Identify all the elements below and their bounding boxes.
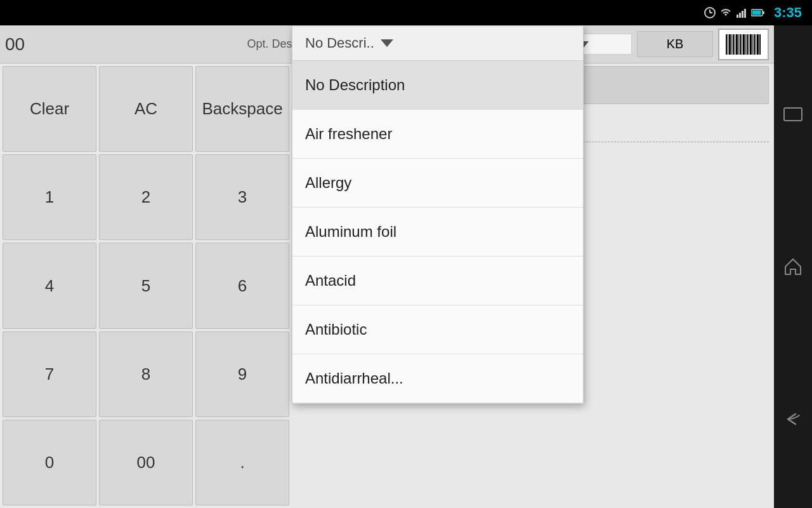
dropdown-item-antibiotic[interactable]: Antibiotic [292,305,583,354]
svg-rect-19 [742,34,742,55]
svg-rect-17 [738,34,739,55]
svg-rect-16 [736,34,738,55]
key-dot[interactable]: . [195,420,289,505]
dropdown-item-aluminum-foil[interactable]: Aluminum foil [292,208,583,257]
svg-rect-29 [759,34,761,55]
key-9[interactable]: 9 [195,331,289,417]
battery-icon [751,8,765,17]
svg-rect-13 [731,34,732,55]
home-button[interactable] [779,253,807,281]
key-3[interactable]: 3 [195,154,289,240]
signal-icon [736,7,747,18]
key-4[interactable]: 4 [3,243,96,328]
dropdown-item-allergy[interactable]: Allergy [292,159,583,208]
svg-rect-5 [742,11,743,18]
key-6[interactable]: 6 [195,243,289,328]
status-bar: 3:35 [0,0,812,25]
description-dropdown-menu: No Descri.. No Description Air freshener… [292,64,584,404]
calc-area: Clear AC Backspace 1 2 3 4 5 6 7 8 9 [0,64,774,508]
svg-rect-18 [740,34,741,55]
svg-rect-26 [754,34,755,55]
barcode-button[interactable] [718,29,769,60]
clock-icon [704,7,716,18]
recent-apps-icon [783,107,803,122]
keypad-row-3: 4 5 6 [3,243,289,328]
svg-rect-6 [744,9,746,18]
amount-display: 00 [5,34,43,55]
keypad-row-2: 1 2 3 [3,154,289,240]
svg-rect-24 [750,34,752,55]
key-clear[interactable]: Clear [3,66,96,152]
svg-rect-9 [752,11,761,15]
nav-buttons [774,25,812,508]
dropdown-item-antacid[interactable]: Antacid [292,257,583,305]
back-button[interactable] [779,405,807,433]
dropdown-item-no-description[interactable]: No Description [292,64,583,110]
key-0[interactable]: 0 [3,420,96,505]
svg-rect-4 [739,13,741,18]
home-icon [783,257,803,277]
dropdown-item-antidiarrheal[interactable]: Antidiarrheal... [292,354,583,403]
barcode-icon [724,33,763,56]
key-backspace[interactable]: Backspace [195,66,289,152]
svg-rect-15 [735,34,735,55]
recent-apps-button[interactable] [779,100,807,128]
key-5[interactable]: 5 [99,243,193,328]
svg-rect-23 [749,34,749,55]
key-ac[interactable]: AC [99,66,193,152]
kb-button[interactable]: KB [637,31,713,57]
key-7[interactable]: 7 [3,331,96,417]
back-icon [783,411,803,427]
status-icons: 3:35 [704,4,802,21]
keypad-row-5: 0 00 . [3,420,289,505]
key-1[interactable]: 1 [3,154,96,240]
keypad: Clear AC Backspace 1 2 3 4 5 6 7 8 9 [0,64,292,508]
key-2[interactable]: 2 [99,154,193,240]
svg-rect-21 [745,34,746,55]
svg-rect-12 [729,34,731,55]
wifi-icon [719,8,732,18]
status-time: 3:35 [774,4,802,21]
svg-rect-10 [726,34,727,55]
dropdown-item-air-freshener[interactable]: Air freshener [292,110,583,159]
svg-rect-28 [757,34,759,55]
svg-rect-20 [743,34,745,55]
svg-rect-14 [733,34,734,55]
app-area: 00 Opt. Desc. No Descri.. KB [0,25,774,508]
key-00[interactable]: 00 [99,420,193,505]
svg-rect-22 [747,34,748,55]
svg-rect-25 [752,34,753,55]
keypad-row-4: 7 8 9 [3,331,289,417]
svg-rect-30 [784,108,802,121]
svg-rect-27 [756,34,756,55]
svg-rect-8 [763,11,764,14]
svg-rect-3 [737,15,738,18]
svg-rect-11 [728,34,728,55]
key-8[interactable]: 8 [99,331,193,417]
keypad-row-1: Clear AC Backspace [3,66,289,152]
